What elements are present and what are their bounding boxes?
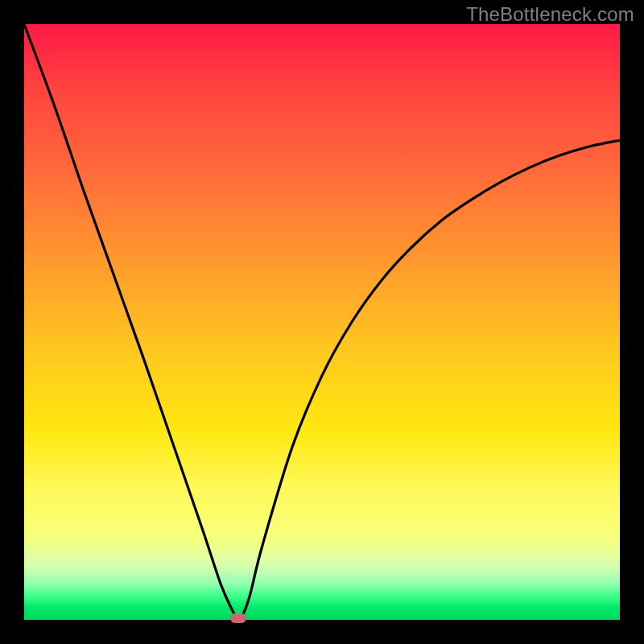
- optimal-point-marker: [230, 613, 246, 623]
- watermark-text: TheBottleneck.com: [466, 3, 634, 26]
- chart-frame: TheBottleneck.com: [0, 0, 644, 644]
- plot-area: [24, 24, 620, 620]
- bottleneck-curve: [24, 24, 620, 620]
